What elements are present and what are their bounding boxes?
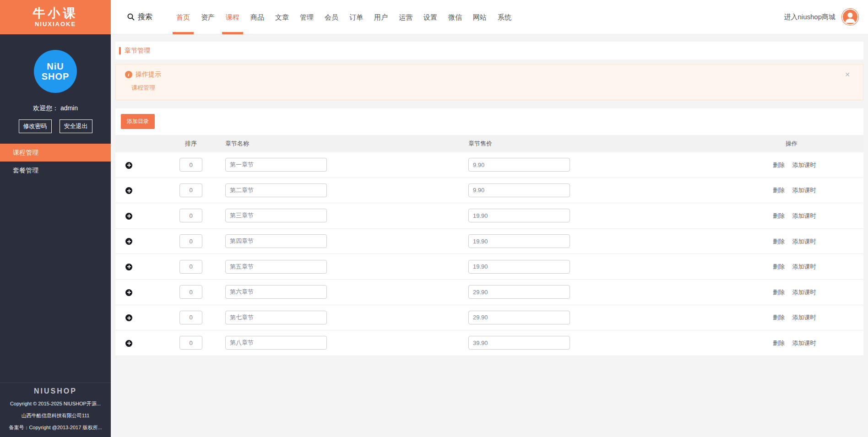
sidebar-item-course-management[interactable]: 课程管理 xyxy=(0,144,111,162)
chapter-price-input[interactable] xyxy=(468,311,570,324)
plus-circle-icon[interactable] xyxy=(125,213,132,220)
tab-home[interactable]: 首页 xyxy=(171,0,195,34)
plus-circle-icon[interactable] xyxy=(125,314,132,321)
niushop-logo-line1: NiU xyxy=(47,61,64,71)
brand-title: 牛小课 xyxy=(33,7,78,21)
search-label: 搜索 xyxy=(138,12,152,22)
table-row: 删除 添加课时 xyxy=(115,203,863,229)
sidebar-item-package-management[interactable]: 套餐管理 xyxy=(0,162,111,179)
enter-store-link[interactable]: 进入niushop商城 xyxy=(784,13,835,22)
sort-input[interactable] xyxy=(179,260,202,274)
chapter-name-input[interactable] xyxy=(225,234,327,248)
tab-users[interactable]: 用户 xyxy=(369,0,393,34)
sort-input[interactable] xyxy=(179,336,202,350)
delete-link[interactable]: 删除 xyxy=(773,162,785,168)
tab-operations[interactable]: 运营 xyxy=(393,0,418,34)
sort-input[interactable] xyxy=(179,234,202,248)
add-lesson-link[interactable]: 添加课时 xyxy=(792,340,816,346)
change-password-button[interactable]: 修改密码 xyxy=(19,119,52,133)
title-accent-bar xyxy=(119,47,121,54)
plus-circle-icon[interactable] xyxy=(125,238,132,245)
footer-icp-line: 备案号：Copyright @2013-2017 版权所... xyxy=(0,424,111,431)
chapter-name-input[interactable] xyxy=(225,158,327,172)
delete-link[interactable]: 删除 xyxy=(773,263,785,270)
welcome-text: 欢迎您： admin xyxy=(0,104,111,113)
brand-subtitle: NIUXIAOKE xyxy=(35,21,76,27)
tab-assets[interactable]: 资产 xyxy=(195,0,220,34)
chapter-price-input[interactable] xyxy=(468,183,570,197)
chapter-table-panel: 添加目录 排序 章节名称 章节售价 操作 删除 添加课时 xyxy=(115,108,863,356)
tab-wechat[interactable]: 微信 xyxy=(443,0,467,34)
table-row: 删除 添加课时 xyxy=(115,330,863,356)
header-chapter-name: 章节名称 xyxy=(221,140,463,148)
sort-input[interactable] xyxy=(179,209,202,222)
plus-circle-icon[interactable] xyxy=(125,162,132,169)
tab-website[interactable]: 网站 xyxy=(467,0,492,34)
tab-manage[interactable]: 管理 xyxy=(294,0,319,34)
search-button[interactable]: 搜索 xyxy=(127,12,152,22)
table-row: 删除 添加课时 xyxy=(115,229,863,254)
chapter-price-input[interactable] xyxy=(468,285,570,299)
header-actions: 操作 xyxy=(770,140,863,148)
page-title-panel: 章节管理 xyxy=(115,42,863,59)
tab-system[interactable]: 系统 xyxy=(492,0,517,34)
chapter-price-input[interactable] xyxy=(468,158,570,172)
chapter-name-input[interactable] xyxy=(225,336,327,350)
add-lesson-link[interactable]: 添加课时 xyxy=(792,263,816,270)
add-directory-button[interactable]: 添加目录 xyxy=(121,114,155,129)
delete-link[interactable]: 删除 xyxy=(773,187,785,194)
header-chapter-price: 章节售价 xyxy=(463,140,770,148)
chapter-name-input[interactable] xyxy=(225,285,327,299)
chapter-name-input[interactable] xyxy=(225,183,327,197)
plus-circle-icon[interactable] xyxy=(125,340,132,347)
close-icon[interactable]: ✕ xyxy=(845,71,850,78)
tab-courses[interactable]: 课程 xyxy=(220,0,245,34)
niushop-logo-line2: SHOP xyxy=(42,71,70,81)
plus-circle-icon[interactable] xyxy=(125,264,132,270)
footer-logo: NIUSHOP xyxy=(0,387,111,395)
chapter-name-input[interactable] xyxy=(225,260,327,274)
brand-logo: 牛小课 NIUXIAOKE xyxy=(0,0,111,34)
chapter-table: 排序 章节名称 章节售价 操作 删除 添加课时 xyxy=(115,135,863,356)
alert-title: 操作提示 xyxy=(136,70,161,79)
chapter-price-input[interactable] xyxy=(468,209,570,222)
chapter-price-input[interactable] xyxy=(468,336,570,350)
add-lesson-link[interactable]: 添加课时 xyxy=(792,289,816,296)
sort-input[interactable] xyxy=(179,158,202,172)
sidebar: 牛小课 NIUXIAOKE NiU SHOP 欢迎您： admin 修改密码 安… xyxy=(0,0,111,437)
logout-button[interactable]: 安全退出 xyxy=(60,119,92,133)
tab-articles[interactable]: 文章 xyxy=(270,0,294,34)
footer-company-line: 山西牛酷信息科技有限公司111 xyxy=(0,412,111,419)
chapter-price-input[interactable] xyxy=(468,234,570,248)
table-row: 删除 添加课时 xyxy=(115,280,863,305)
user-icon xyxy=(841,8,859,26)
chapter-name-input[interactable] xyxy=(225,209,327,222)
plus-circle-icon[interactable] xyxy=(125,289,132,296)
alert-course-management-link[interactable]: 课程管理 xyxy=(131,84,155,92)
delete-link[interactable]: 删除 xyxy=(773,314,785,321)
add-lesson-link[interactable]: 添加课时 xyxy=(792,238,816,245)
sort-input[interactable] xyxy=(179,311,202,324)
plus-circle-icon[interactable] xyxy=(125,187,132,194)
chapter-price-input[interactable] xyxy=(468,260,570,274)
delete-link[interactable]: 删除 xyxy=(773,340,785,346)
delete-link[interactable]: 删除 xyxy=(773,289,785,296)
tab-settings[interactable]: 设置 xyxy=(418,0,443,34)
sort-input[interactable] xyxy=(179,183,202,197)
welcome-label: 欢迎您： xyxy=(33,104,59,112)
sort-input[interactable] xyxy=(179,285,202,299)
add-lesson-link[interactable]: 添加课时 xyxy=(792,212,816,219)
sidebar-menu: 课程管理 套餐管理 xyxy=(0,144,111,179)
add-lesson-link[interactable]: 添加课时 xyxy=(792,162,816,168)
tab-orders[interactable]: 订单 xyxy=(344,0,369,34)
delete-link[interactable]: 删除 xyxy=(773,212,785,219)
tab-goods[interactable]: 商品 xyxy=(245,0,270,34)
table-row: 删除 添加课时 xyxy=(115,152,863,178)
delete-link[interactable]: 删除 xyxy=(773,238,785,245)
chapter-name-input[interactable] xyxy=(225,311,327,324)
add-lesson-link[interactable]: 添加课时 xyxy=(792,187,816,194)
page-title: 章节管理 xyxy=(125,47,150,55)
user-avatar[interactable] xyxy=(841,8,859,26)
add-lesson-link[interactable]: 添加课时 xyxy=(792,314,816,321)
tab-members[interactable]: 会员 xyxy=(319,0,344,34)
